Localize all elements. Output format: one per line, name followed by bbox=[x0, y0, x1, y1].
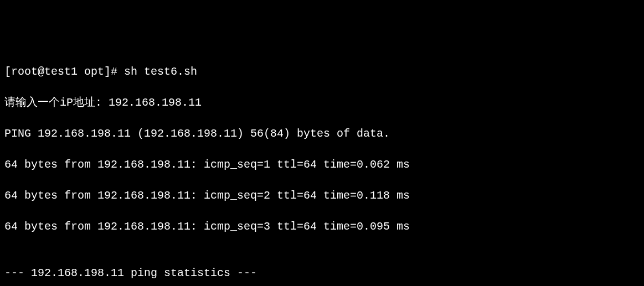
terminal-line: [root@test1 opt]# sh test6.sh bbox=[4, 64, 640, 80]
terminal-line: --- 192.168.198.11 ping statistics --- bbox=[4, 266, 640, 281]
terminal-line: 64 bytes from 192.168.198.11: icmp_seq=1… bbox=[4, 157, 640, 173]
terminal-line: PING 192.168.198.11 (192.168.198.11) 56(… bbox=[4, 126, 640, 142]
terminal-line: 64 bytes from 192.168.198.11: icmp_seq=2… bbox=[4, 188, 640, 204]
terminal-line: 请输入一个iP地址: 192.168.198.11 bbox=[4, 95, 640, 111]
terminal-line: 64 bytes from 192.168.198.11: icmp_seq=3… bbox=[4, 219, 640, 235]
